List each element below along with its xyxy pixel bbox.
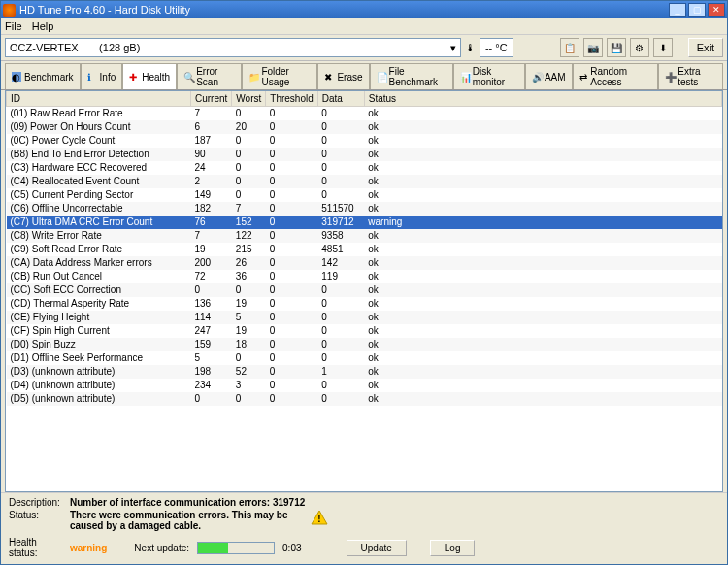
cell: (D0) Spin Buzz [7,338,191,351]
cell: 0 [191,283,232,297]
cell: 26 [232,256,266,270]
table-row[interactable]: (D5) (unknown attribute)0000ok [7,392,722,406]
svg-text:!: ! [317,514,320,524]
description-text: Number of interface communication errors… [70,497,305,508]
table-row[interactable]: (D1) Offline Seek Performance5000ok [7,351,722,365]
cell: 187 [191,134,232,148]
col-threshold[interactable]: Threshold [266,91,317,107]
col-worst[interactable]: Worst [232,91,266,107]
cell: ok [364,161,721,175]
table-row[interactable]: (09) Power On Hours Count62000ok [7,120,722,134]
cell: 0 [266,338,317,351]
minimize-tray-button[interactable]: ⬇ [653,38,673,57]
toolbar: OCZ-VERTEX (128 gB) ▾ 🌡 -- °C 📋 📷 💾 ⚙ ⬇ … [1,35,727,61]
tab-extra-tests[interactable]: ➕Extra tests [658,63,723,89]
temperature-display: -- °C [480,38,513,57]
cell: 0 [266,365,317,379]
tab-aam[interactable]: 🔊AAM [525,63,573,89]
cell: (D5) (unknown attribute) [7,392,191,406]
cell: (C4) Reallocated Event Count [7,175,191,188]
file-icon: 📄 [377,72,386,82]
table-row[interactable]: (0C) Power Cycle Count187000ok [7,134,722,148]
exit-button[interactable]: Exit [688,38,723,57]
next-update-value: 0:03 [282,543,301,553]
table-row[interactable]: (CF) Spin High Current2471900ok [7,324,722,338]
col-data[interactable]: Data [317,91,364,107]
cell: 0 [266,175,317,188]
copy-button[interactable]: 📋 [560,38,579,57]
cell: 0 [266,188,317,202]
table-row[interactable]: (CC) Soft ECC Correction0000ok [7,283,722,297]
cell: 19 [232,324,266,338]
table-row[interactable]: (01) Raw Read Error Rate7000ok [7,107,722,120]
tab-folder-usage[interactable]: 📁Folder Usage [242,63,317,89]
col-id[interactable]: ID [7,91,191,107]
gauge-icon: ◐ [12,72,21,82]
maximize-button[interactable]: ▢ [688,3,706,17]
cell: 0 [232,175,266,188]
cell: 24 [191,161,232,175]
log-button[interactable]: Log [430,540,476,556]
cell: 0 [317,324,364,338]
tab-benchmark[interactable]: ◐Benchmark [5,63,81,89]
description-label: Description: [9,497,62,508]
tab-health[interactable]: ✚Health [122,63,177,89]
menu-file[interactable]: File [5,20,22,32]
table-row[interactable]: (D3) (unknown attribute)1985201ok [7,365,722,379]
table-row[interactable]: (C4) Reallocated Event Count2000ok [7,175,722,188]
drive-selector[interactable]: OCZ-VERTEX (128 gB) ▾ [5,38,461,57]
speaker-icon: 🔊 [532,72,542,82]
table-row[interactable]: (B8) End To End Error Detection90000ok [7,148,722,161]
tab-info[interactable]: ℹInfo [81,63,123,89]
save-button[interactable]: 💾 [607,38,626,57]
minimize-button[interactable]: _ [669,3,686,17]
cell: 0 [266,216,317,229]
tab-disk-monitor[interactable]: 📊Disk monitor [453,63,525,89]
cell: (C9) Soft Read Error Rate [7,243,191,256]
table-row[interactable]: (C6) Offline Uncorrectable18270511570ok [7,202,722,216]
cell: 0 [266,148,317,161]
tab-erase[interactable]: ✖Erase [317,63,369,89]
menu-help[interactable]: Help [32,20,54,32]
col-current[interactable]: Current [191,91,232,107]
col-status[interactable]: Status [364,91,721,107]
table-row[interactable]: (C5) Current Pending Sector149000ok [7,188,722,202]
tab-random-access[interactable]: ⇄Random Access [573,63,659,89]
cell: ok [364,297,721,311]
table-row[interactable]: (CB) Run Out Cancel72360119ok [7,270,722,283]
cell: 1 [317,365,364,379]
table-row[interactable]: (CA) Data Address Marker errors200260142… [7,256,722,270]
cell: 0 [317,120,364,134]
cell: 0 [191,392,232,406]
cell: ok [364,379,721,392]
update-button[interactable]: Update [347,540,407,556]
cell: 36 [232,270,266,283]
cell: (CF) Spin High Current [7,324,191,338]
cell: 136 [191,297,232,311]
cell: ok [364,107,721,120]
screenshot-button[interactable]: 📷 [583,38,603,57]
table-row[interactable]: (C8) Write Error Rate712209358ok [7,229,722,243]
cell: ok [364,120,721,134]
cell: 0 [266,256,317,270]
table-row[interactable]: (C3) Hardware ECC Recovered24000ok [7,161,722,175]
cell: 9358 [317,229,364,243]
cell: 0 [317,161,364,175]
cell: 3 [232,379,266,392]
table-row[interactable]: (D0) Spin Buzz1591800ok [7,338,722,351]
close-button[interactable]: ✕ [708,3,725,17]
cell: 0 [317,175,364,188]
table-row[interactable]: (C7) Ultra DMA CRC Error Count7615203197… [7,216,722,229]
folder-icon: 📁 [248,72,258,82]
table-row[interactable]: (C9) Soft Read Error Rate1921504851ok [7,243,722,256]
table-row[interactable]: (D4) (unknown attribute)234300ok [7,379,722,392]
cell: ok [364,229,721,243]
tab-error-scan[interactable]: 🔍Error Scan [177,63,242,89]
cell: 0 [317,338,364,351]
titlebar: HD Tune Pro 4.60 - Hard Disk Utility _ ▢… [1,1,727,18]
table-row[interactable]: (CE) Flying Height114500ok [7,311,722,324]
cell: ok [364,188,721,202]
tab-file-benchmark[interactable]: 📄File Benchmark [370,63,453,89]
table-row[interactable]: (CD) Thermal Asperity Rate1361900ok [7,297,722,311]
options-button[interactable]: ⚙ [630,38,649,57]
